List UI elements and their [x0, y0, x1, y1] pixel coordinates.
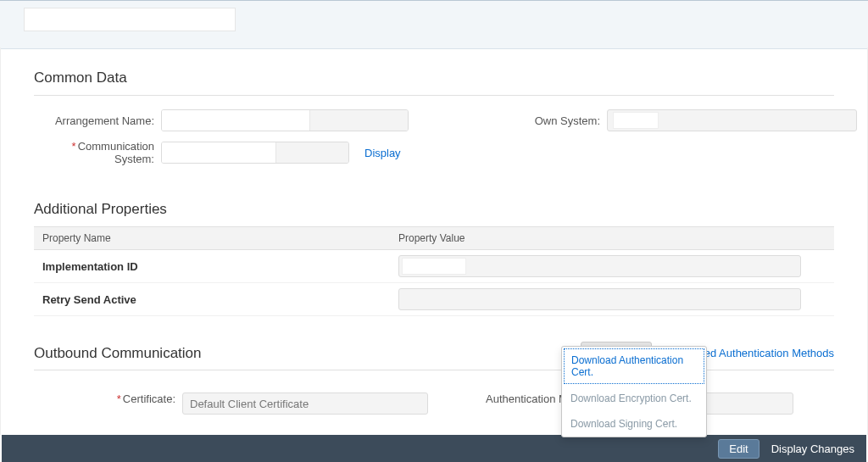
communication-system-input[interactable] — [161, 142, 349, 164]
divider — [34, 95, 834, 96]
table-row: Implementation ID — [34, 250, 834, 283]
arrangement-name-input[interactable] — [161, 109, 409, 131]
properties-header: Property Name Property Value — [34, 226, 834, 250]
page-header — [0, 0, 868, 49]
menu-item-download-auth-cert[interactable]: Download Authentication Cert. — [564, 348, 704, 384]
divider — [34, 370, 834, 370]
label-communication-system: *Communication System: — [34, 140, 161, 165]
col-property-value: Property Value — [398, 232, 826, 244]
menu-item-download-encryption-cert[interactable]: Download Encryption Cert. — [562, 386, 706, 411]
certificate-input[interactable]: Default Client Certificate — [182, 392, 428, 415]
header-field — [24, 8, 236, 31]
label-own-system: Own System: — [522, 114, 607, 127]
display-link[interactable]: Display — [364, 147, 401, 159]
own-system-input[interactable] — [607, 109, 857, 131]
table-row: Retry Send Active — [34, 283, 834, 316]
section-title-additional-properties: Additional Properties — [34, 201, 834, 218]
menu-item-download-signing-cert[interactable]: Download Signing Cert. — [562, 411, 706, 437]
property-name: Implementation ID — [42, 260, 398, 273]
download-dropdown: Download Authentication Cert. Download E… — [561, 346, 707, 437]
property-value-input[interactable] — [398, 255, 801, 277]
section-title-common-data: Common Data — [34, 70, 834, 86]
footer-bar: Edit Display Changes — [2, 435, 866, 462]
edit-button[interactable]: Edit — [718, 439, 759, 459]
section-title-outbound-communication: Outbound Communication — [34, 345, 202, 362]
property-value-input[interactable] — [398, 288, 801, 310]
display-changes-link[interactable]: Display Changes — [771, 443, 854, 455]
label-arrangement-name: Arrangement Name: — [34, 114, 161, 127]
label-certificate: *Certificate: — [34, 392, 182, 415]
property-name: Retry Send Active — [42, 293, 398, 306]
col-property-name: Property Name — [42, 232, 398, 244]
